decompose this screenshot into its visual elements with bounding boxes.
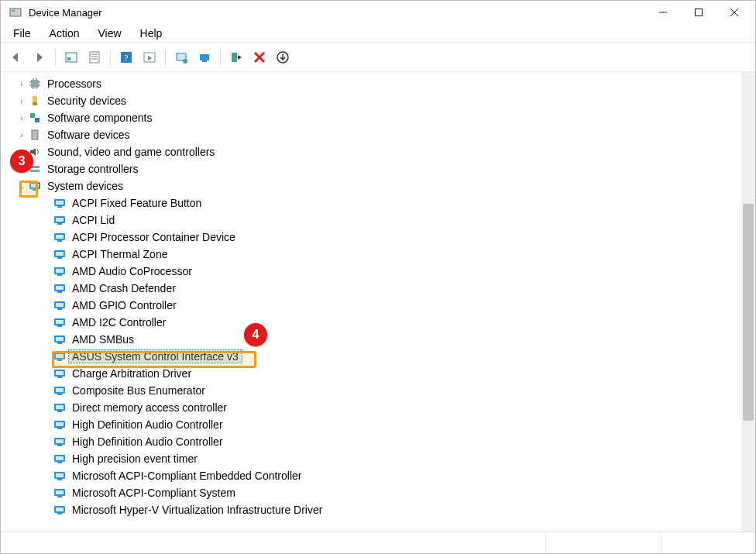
toolbar: ? xyxy=(1,43,755,72)
menu-view[interactable]: View xyxy=(90,26,129,41)
system-device-icon xyxy=(29,180,41,192)
svg-point-16 xyxy=(183,59,187,64)
device-item[interactable]: AMD Crash Defender xyxy=(1,280,741,297)
svg-rect-98 xyxy=(57,513,62,514)
device-item[interactable]: Composite Bus Enumerator xyxy=(1,382,741,399)
device-item[interactable]: Microsoft ACPI-Compliant Embedded Contro… xyxy=(1,467,741,484)
svg-rect-68 xyxy=(57,342,62,344)
svg-rect-36 xyxy=(32,130,38,139)
svg-rect-58 xyxy=(56,286,64,290)
app-icon xyxy=(9,5,22,19)
category-label: Security devices xyxy=(44,95,129,107)
device-item[interactable]: AMD Audio CoProcessor xyxy=(1,263,741,280)
category-label: System devices xyxy=(44,180,126,192)
back-button[interactable] xyxy=(5,46,27,68)
menu-file[interactable]: File xyxy=(5,26,39,41)
device-item[interactable]: ACPI Processor Container Device xyxy=(1,229,741,246)
statusbar-cell xyxy=(1,532,546,553)
show-hidden-button[interactable] xyxy=(60,46,82,68)
toolbar-separator xyxy=(165,49,166,66)
chevron-right-icon[interactable]: › xyxy=(16,131,27,139)
category-label: Software components xyxy=(44,112,155,124)
system-device-icon xyxy=(53,316,66,329)
svg-rect-33 xyxy=(33,102,37,105)
svg-rect-49 xyxy=(56,235,64,239)
device-item[interactable]: High Definition Audio Controller xyxy=(1,433,741,450)
svg-rect-91 xyxy=(56,473,64,477)
device-item[interactable]: High precision event timer xyxy=(1,450,741,467)
svg-rect-50 xyxy=(57,240,62,242)
device-item[interactable]: ASUS System Control Interface v3 xyxy=(1,348,741,365)
system-device-icon xyxy=(53,418,66,431)
chevron-right-icon[interactable]: › xyxy=(16,80,27,88)
device-category[interactable]: ›Sound, video and game controllers xyxy=(1,143,741,160)
statusbar-cell xyxy=(546,532,662,553)
device-item[interactable]: High Definition Audio Controller xyxy=(1,416,741,433)
chevron-right-icon[interactable]: › xyxy=(16,114,27,122)
svg-rect-18 xyxy=(202,60,207,62)
uninstall-device-button[interactable] xyxy=(249,46,270,68)
svg-rect-52 xyxy=(56,252,64,256)
device-label: Composite Bus Enumerator xyxy=(69,384,208,397)
device-item[interactable]: AMD I2C Controller xyxy=(1,314,741,331)
device-category[interactable]: ›Storage controllers xyxy=(1,160,741,177)
device-item[interactable]: ACPI Thermal Zone xyxy=(1,246,741,263)
svg-rect-89 xyxy=(57,462,62,463)
device-item[interactable]: Direct memory access controller xyxy=(1,399,741,416)
software-device-icon xyxy=(29,129,41,141)
menu-help[interactable]: Help xyxy=(132,26,170,41)
svg-rect-97 xyxy=(56,508,64,511)
menu-action[interactable]: Action xyxy=(42,26,88,41)
device-category[interactable]: ›Software components xyxy=(1,109,741,126)
device-item[interactable]: Microsoft Hyper-V Virtualization Infrast… xyxy=(1,501,741,518)
toolbar-separator xyxy=(110,49,111,66)
svg-rect-76 xyxy=(56,388,64,392)
device-label: ACPI Thermal Zone xyxy=(69,248,170,260)
action-button[interactable] xyxy=(139,46,160,68)
device-item[interactable]: AMD SMBus xyxy=(1,331,741,348)
device-label: High precision event timer xyxy=(69,452,201,465)
scan-button[interactable] xyxy=(170,46,192,68)
svg-rect-23 xyxy=(31,80,39,88)
device-category[interactable]: ›Processors xyxy=(1,75,741,92)
svg-rect-3 xyxy=(696,9,703,16)
enable-device-button[interactable] xyxy=(225,46,247,68)
vertical-scrollbar-track[interactable] xyxy=(741,72,755,532)
device-item[interactable]: ACPI Lid xyxy=(1,212,741,229)
svg-rect-35 xyxy=(35,118,40,122)
svg-rect-79 xyxy=(56,405,64,409)
svg-rect-19 xyxy=(232,53,237,62)
chevron-right-icon[interactable]: › xyxy=(16,97,27,105)
system-device-icon xyxy=(53,470,66,482)
device-category[interactable]: ›Software devices xyxy=(1,126,741,143)
system-device-icon xyxy=(53,452,66,465)
security-icon xyxy=(29,95,41,107)
device-category[interactable]: ⌄System devices xyxy=(1,177,741,194)
maximize-button[interactable] xyxy=(681,1,716,24)
vertical-scrollbar-thumb[interactable] xyxy=(743,204,754,421)
close-button[interactable] xyxy=(716,1,752,24)
callout-number: 4 xyxy=(253,328,259,342)
device-tree[interactable]: 3 4 ›Processors›Security devices›Softwar… xyxy=(1,72,741,532)
device-item[interactable]: ACPI Fixed Feature Button xyxy=(1,194,741,212)
chevron-down-icon[interactable]: ⌄ xyxy=(16,182,27,191)
system-device-icon xyxy=(53,197,66,209)
svg-rect-59 xyxy=(57,291,62,293)
properties-button[interactable] xyxy=(84,46,105,68)
svg-rect-71 xyxy=(57,360,62,361)
device-item[interactable]: Microsoft ACPI-Compliant System xyxy=(1,484,741,501)
device-label: High Definition Audio Controller xyxy=(69,435,226,448)
device-label: High Definition Audio Controller xyxy=(69,418,226,431)
svg-rect-56 xyxy=(57,274,62,276)
update-driver-button[interactable] xyxy=(194,46,215,68)
help-button[interactable]: ? xyxy=(115,46,137,68)
device-item[interactable]: Charge Arbitration Driver xyxy=(1,365,741,382)
device-label: Microsoft ACPI-Compliant System xyxy=(69,487,239,499)
minimize-button[interactable] xyxy=(645,1,681,24)
install-driver-button[interactable] xyxy=(272,46,294,68)
forward-button[interactable] xyxy=(29,46,50,68)
svg-rect-80 xyxy=(57,411,62,412)
svg-rect-53 xyxy=(57,257,62,259)
device-category[interactable]: ›Security devices xyxy=(1,92,741,109)
device-item[interactable]: AMD GPIO Controller xyxy=(1,297,741,314)
